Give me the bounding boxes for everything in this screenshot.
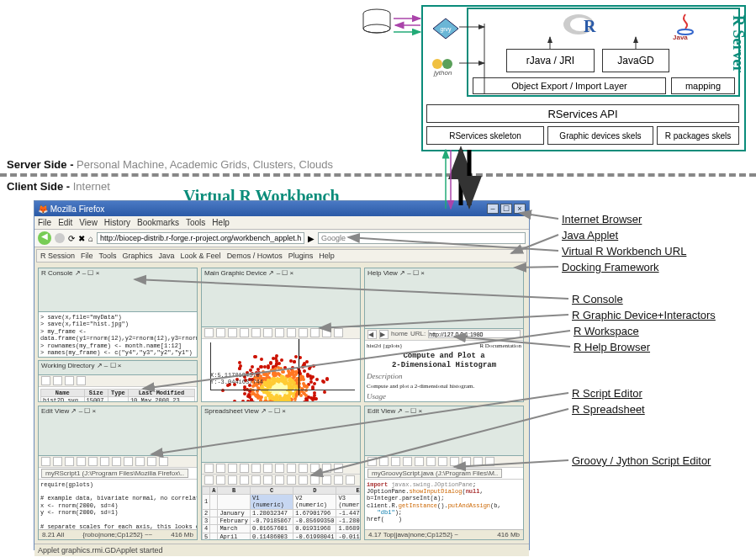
spreadsheet-table[interactable]: ABCDEF1V1 (numeric)V2 (numeric)V3 (numer…: [202, 486, 360, 540]
help-fwd-icon: ▶: [379, 330, 389, 339]
label-help: R Help Browser: [574, 341, 650, 353]
help-back-icon: ◀: [367, 330, 377, 339]
nav-back-icon[interactable]: ◀: [38, 231, 51, 245]
maximize-icon: ☐: [500, 204, 512, 214]
mapping-box: mapping: [671, 77, 735, 94]
graphic-toolbar[interactable]: [202, 327, 360, 339]
plot-coords: X:5.1178184870 Y:-3.0441637744: [210, 372, 263, 385]
export-layer-box: Object Export / Import Layer: [473, 77, 666, 94]
java-label: Java: [673, 34, 688, 41]
label-url: Virtual R Workbench URL: [562, 245, 686, 257]
home-icon[interactable]: ⌂: [88, 234, 93, 243]
label-spreadsheet: R Spreadsheet: [572, 403, 645, 416]
ss-toolbar2[interactable]: [202, 475, 360, 486]
label-script: R Script Editor: [572, 387, 642, 400]
javagd-box: JavaGD: [602, 49, 669, 72]
label-console: R Console: [572, 293, 623, 305]
wd-toolbar[interactable]: [39, 375, 197, 387]
editor1-tab[interactable]: myRScript1 (J:\Program Files\Mozilla Fir…: [41, 469, 188, 478]
label-workspace: R Workspace: [574, 325, 639, 337]
help-url-input[interactable]: [428, 330, 521, 338]
search-input[interactable]: [318, 232, 526, 244]
spreadsheet-panel[interactable]: Spreadsheet View ↗ – ☐ × ABCDEF1V1 (nume…: [201, 406, 361, 540]
close-icon: ×: [514, 204, 526, 214]
rservices-skeleton-box: RServices skeleton: [426, 126, 544, 145]
applet-menu[interactable]: R SessionFileToolsGraphicsJavaLook & Fee…: [36, 249, 527, 263]
browser-menu[interactable]: FileEditViewHistoryBookmarksToolsHelp: [34, 216, 529, 230]
editor1-toolbar[interactable]: [39, 456, 197, 468]
ss-toolbar[interactable]: [202, 463, 360, 475]
go-icon[interactable]: ▶: [308, 234, 315, 243]
rpackages-skels-box: R packages skels: [657, 126, 739, 145]
graphic-skels-box: Graphic devices skels: [547, 126, 653, 145]
nav-fwd-icon[interactable]: [55, 233, 65, 243]
client-side-label: Client Side - Internet: [7, 180, 110, 193]
minimize-icon: –: [487, 204, 499, 214]
r-console-panel[interactable]: R Console ↗ – ☐ × > save(x,file="myData"…: [38, 268, 198, 358]
firefox-icon: 🦊: [38, 204, 48, 214]
rservices-api-box: RServices API: [426, 104, 739, 123]
server-side-label: Server Side - Personal Machine, Academic…: [7, 158, 333, 171]
address-bar: ◀ ⟳ ✖ ⌂ ▶: [34, 230, 529, 247]
svg-point-4: [432, 59, 442, 69]
working-directory-panel[interactable]: Working Directory ↗ – ☐ × NameSizeTypeLa…: [38, 360, 198, 402]
label-browser: Internet Browser: [562, 213, 642, 225]
url-input[interactable]: [97, 232, 304, 244]
groovy-icon: grvy: [431, 17, 460, 40]
r-logo-icon: R: [562, 12, 600, 37]
browser-window: 🦊 Mozilla Firefox –☐× FileEditViewHistor…: [34, 200, 530, 550]
scatter-plot[interactable]: [202, 339, 360, 395]
help-panel[interactable]: Help View ↗ – ☐ × ◀▶homeURL: hist2d {gpl…: [364, 268, 524, 402]
window-controls[interactable]: –☐×: [485, 204, 526, 214]
groovy-editor-panel[interactable]: Edit View ↗ – ☐ × myGroovyScript.java (J…: [364, 406, 524, 540]
wd-table[interactable]: NameSizeTypeLast Modified hist2D.svg1500…: [40, 389, 195, 401]
reload-icon[interactable]: ⟳: [68, 234, 75, 243]
label-groovy: Groovy / Jython Script Editor: [572, 454, 711, 467]
editor2-tab[interactable]: myGroovyScript.java (J:\Program Files\M.…: [367, 469, 502, 478]
label-docking: Docking Framework: [562, 261, 659, 273]
script-editor-panel[interactable]: Edit View ↗ – ☐ × myRScript1 (J:\Program…: [38, 406, 198, 540]
r-console-body[interactable]: > save(x,file="myData") > save(x,file="h…: [39, 312, 197, 357]
stop-icon[interactable]: ✖: [78, 234, 85, 243]
svg-text:R: R: [584, 17, 596, 35]
jython-label: jython: [434, 69, 452, 77]
label-applet: Java Applet: [562, 229, 618, 241]
browser-titlebar[interactable]: 🦊 Mozilla Firefox –☐×: [34, 201, 529, 216]
svg-point-5: [442, 59, 452, 69]
divider-line: [0, 173, 756, 177]
editor2-toolbar[interactable]: [365, 456, 523, 468]
svg-text:grvy: grvy: [440, 26, 452, 33]
browser-status: Applet graphics.rmi.GDApplet started: [34, 544, 529, 556]
rjava-box: rJava / JRI: [506, 49, 595, 72]
label-graphic: R Graphic Device+Interactors: [572, 309, 716, 321]
database-icon: [360, 8, 394, 37]
